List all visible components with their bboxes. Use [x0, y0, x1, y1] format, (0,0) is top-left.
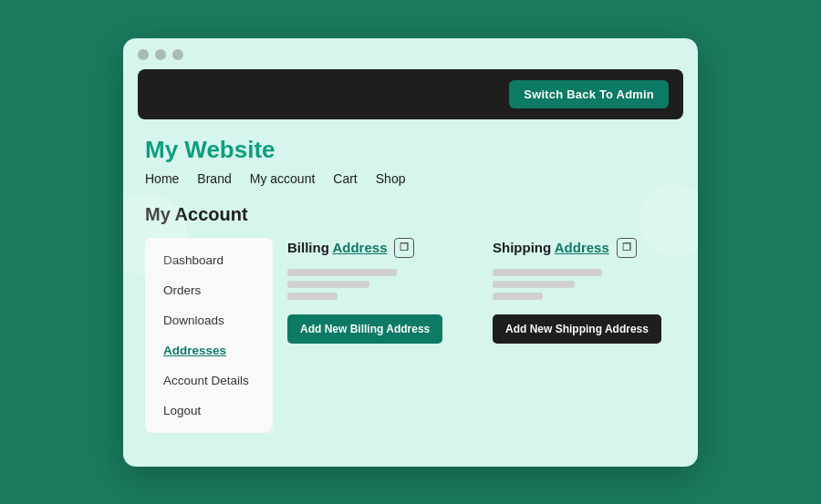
browser-window: Switch Back To Admin My Website Home Bra…	[123, 38, 698, 467]
page-title: My Account	[145, 204, 676, 225]
shipping-title-plain: Shipping Address	[493, 240, 609, 255]
nav-item-cart[interactable]: Cart	[333, 171, 357, 186]
dot-red	[138, 49, 149, 60]
billing-title-accent: Address	[332, 240, 387, 255]
site-title-plain: My	[145, 136, 184, 163]
nav-item-myaccount[interactable]: My account	[250, 171, 316, 186]
admin-bar: Switch Back To Admin	[138, 69, 683, 119]
shipping-address-block: Shipping Address ❐ Add New Shipping Addr…	[493, 238, 676, 433]
shipping-line-1	[493, 269, 602, 276]
shipping-line-3	[493, 293, 543, 300]
sidebar-item-downloads[interactable]: Downloads	[145, 305, 273, 335]
shipping-title-accent: Address	[555, 240, 609, 255]
sidebar-item-logout[interactable]: Logout	[145, 396, 273, 426]
add-shipping-address-button[interactable]: Add New Shipping Address	[493, 314, 661, 344]
site-title: My Website	[145, 136, 676, 164]
dot-yellow	[155, 49, 166, 60]
add-billing-address-button[interactable]: Add New Billing Address	[287, 314, 442, 344]
browser-toolbar	[123, 38, 698, 60]
nav-item-brand[interactable]: Brand	[197, 171, 231, 186]
shipping-placeholder-lines	[493, 269, 676, 300]
site-title-accent: Website	[184, 136, 275, 163]
sidebar-item-addresses[interactable]: Addresses	[145, 335, 273, 365]
billing-title-plain: Billing Address	[287, 240, 387, 255]
billing-edit-icon[interactable]: ❐	[394, 238, 414, 258]
billing-address-block: Billing Address ❐ Add New Billing Addres…	[287, 238, 471, 433]
nav-item-shop[interactable]: Shop	[376, 171, 406, 186]
account-layout: Dashboard Orders Downloads Addresses Acc…	[145, 238, 676, 433]
sidebar-item-account-details[interactable]: Account Details	[145, 365, 273, 396]
shipping-edit-icon[interactable]: ❐	[617, 238, 637, 258]
site-content: My Website Home Brand My account Cart Sh…	[123, 119, 698, 455]
nav-bar: Home Brand My account Cart Shop	[145, 171, 676, 186]
billing-address-title: Billing Address ❐	[287, 238, 471, 258]
dot-green	[172, 49, 183, 60]
sidebar-item-orders[interactable]: Orders	[145, 275, 273, 305]
address-section: Billing Address ❐ Add New Billing Addres…	[287, 238, 676, 433]
shipping-line-2	[493, 281, 575, 288]
billing-line-2	[287, 281, 369, 288]
switch-admin-button[interactable]: Switch Back To Admin	[509, 80, 669, 108]
billing-line-1	[287, 269, 397, 276]
billing-line-3	[287, 293, 338, 300]
nav-item-home[interactable]: Home	[145, 171, 179, 186]
billing-placeholder-lines	[287, 269, 471, 300]
